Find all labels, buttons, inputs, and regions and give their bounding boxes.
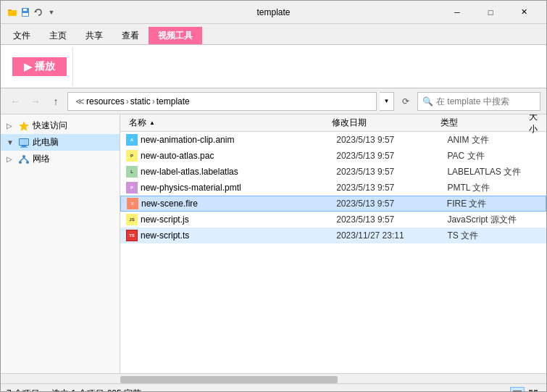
file-date-cell: 2023/5/13 9:57 <box>330 214 441 225</box>
sidebar: ▷ 快速访问 ▼ 此电脑 ▷ 网络 <box>1 114 120 373</box>
svg-line-14 <box>20 158 24 161</box>
ribbon-tab-bar: 文件 主页 共享 查看 视频工具 <box>1 24 546 44</box>
address-path[interactable]: ≪ resources › static › template <box>67 92 377 111</box>
tab-video-tools[interactable]: 视频工具 <box>149 27 202 44</box>
details-view-button[interactable] <box>510 387 525 393</box>
sidebar-network[interactable]: ▷ 网络 <box>1 151 120 167</box>
computer-icon <box>18 137 30 149</box>
sort-arrow: ▲ <box>149 120 155 126</box>
sidebar-this-pc[interactable]: ▼ 此电脑 <box>1 134 120 151</box>
table-row[interactable]: L new-label-atlas.labelatlas 2023/5/13 9… <box>120 164 546 180</box>
window-title: template <box>256 7 290 17</box>
hscroll-thumb[interactable] <box>120 376 338 383</box>
table-row[interactable]: P new-auto-atlas.pac 2023/5/13 9:57 PAC … <box>120 148 546 164</box>
svg-rect-19 <box>529 390 533 393</box>
search-box[interactable]: 🔍 <box>417 92 540 111</box>
view-toggle <box>510 387 540 393</box>
col-date-header[interactable]: 修改日期 <box>326 117 435 129</box>
file-type-cell: PMTL 文件 <box>441 182 532 194</box>
close-button[interactable]: ✕ <box>507 1 540 24</box>
horizontal-scrollbar[interactable] <box>1 373 546 383</box>
path-prefix: ≪ <box>75 96 85 107</box>
tab-file[interactable]: 文件 <box>4 27 40 44</box>
file-name-cell: TS new-script.ts <box>123 230 330 241</box>
file-type-cell: ANIM 文件 <box>441 134 532 146</box>
file-date-cell: 2023/5/13 9:57 <box>330 151 441 161</box>
sidebar-this-pc-label: 此电脑 <box>33 136 59 149</box>
file-date-cell: 2023/11/27 23:11 <box>330 230 441 241</box>
file-name-cell: P new-auto-atlas.pac <box>123 150 330 162</box>
maximize-button[interactable]: □ <box>474 1 507 24</box>
address-dropdown-button[interactable]: ▼ <box>380 92 394 111</box>
details-view-icon <box>512 389 522 393</box>
file-list-header: 名称 ▲ 修改日期 类型 大小 <box>120 114 546 132</box>
svg-rect-1 <box>8 9 12 11</box>
expand-icon-network: ▷ <box>7 155 15 163</box>
ribbon: 文件 主页 共享 查看 视频工具 ▶ 播放 <box>1 24 546 88</box>
minimize-button[interactable]: ─ <box>440 1 474 24</box>
file-type-cell: FIRE 文件 <box>441 198 531 210</box>
col-name-header[interactable]: 名称 ▲ <box>123 117 326 129</box>
sidebar-quick-access-label: 快速访问 <box>33 120 67 132</box>
tab-view[interactable]: 查看 <box>112 27 149 44</box>
svg-rect-20 <box>534 390 538 393</box>
play-button[interactable]: ▶ 播放 <box>12 57 67 76</box>
table-row[interactable]: TS new-script.ts 2023/11/27 23:11 TS 文件 <box>120 228 546 243</box>
table-row[interactable]: A new-animation-clip.anim 2023/5/13 9:57… <box>120 132 546 148</box>
separator-1: › <box>126 96 129 107</box>
title-bar: ▼ template ─ □ ✕ <box>1 1 546 24</box>
path-resources[interactable]: resources <box>86 96 125 107</box>
file-name-cell: JS new-script.js <box>123 214 330 225</box>
separator-2: › <box>152 96 155 107</box>
save-icon[interactable] <box>20 7 31 18</box>
search-input[interactable] <box>436 96 545 107</box>
svg-rect-3 <box>22 13 28 16</box>
ts-file-icon: TS <box>126 230 138 241</box>
pmtl-file-icon: P <box>126 182 138 193</box>
refresh-button[interactable]: ⟳ <box>397 92 414 111</box>
svg-point-12 <box>19 161 22 164</box>
svg-point-13 <box>26 161 29 164</box>
svg-rect-10 <box>20 146 28 147</box>
table-row[interactable]: P new-physics-material.pmtl 2023/5/13 9:… <box>120 180 546 196</box>
svg-marker-6 <box>19 121 29 131</box>
pac-file-icon: P <box>126 150 138 162</box>
file-name-cell: A new-animation-clip.anim <box>123 134 330 146</box>
js-file-icon: JS <box>126 214 138 225</box>
path-static[interactable]: static <box>130 96 151 107</box>
sidebar-quick-access[interactable]: ▷ 快速访问 <box>1 117 120 134</box>
labelatlas-file-icon: L <box>126 166 138 178</box>
file-date-cell: 2023/5/13 9:57 <box>330 135 441 145</box>
file-type-cell: PAC 文件 <box>441 150 532 162</box>
large-icons-view-icon <box>528 389 538 393</box>
total-items-label: 7 个项目 <box>7 388 40 392</box>
svg-rect-4 <box>23 9 27 11</box>
selected-info-label: 选中 1 个项目 625 字节 <box>51 388 141 392</box>
file-name-cell: F new-scene.fire <box>124 198 330 209</box>
path-template[interactable]: template <box>156 96 190 107</box>
large-icons-view-button[interactable] <box>526 387 540 393</box>
address-bar: ← → ↑ ≪ resources › static › template ▼ … <box>1 88 546 114</box>
table-row[interactable]: JS new-script.js 2023/5/13 9:57 JavaScri… <box>120 212 546 228</box>
up-button[interactable]: ↑ <box>47 93 64 110</box>
forward-button[interactable]: → <box>27 93 44 110</box>
file-list[interactable]: 名称 ▲ 修改日期 类型 大小 A new-animation-clip.ani… <box>120 114 546 373</box>
anim-file-icon: A <box>126 134 138 146</box>
svg-line-15 <box>24 158 28 161</box>
play-icon: ▶ <box>24 61 32 72</box>
folder-icon <box>7 7 18 18</box>
search-icon: 🔍 <box>422 96 433 107</box>
col-size-header[interactable]: 大小 <box>523 114 543 135</box>
tab-share[interactable]: 共享 <box>76 27 112 44</box>
main-area: ▷ 快速访问 ▼ 此电脑 ▷ 网络 <box>1 114 546 373</box>
file-type-cell: LABELATLAS 文件 <box>441 166 532 178</box>
table-row[interactable]: F new-scene.fire 2023/5/13 9:57 FIRE 文件 <box>120 196 546 212</box>
file-date-cell: 2023/5/13 9:57 <box>330 183 441 193</box>
tab-home[interactable]: 主页 <box>40 27 76 44</box>
file-type-cell: JavaScript 源文件 <box>441 214 532 226</box>
col-type-header[interactable]: 类型 <box>435 117 523 129</box>
undo-icon[interactable] <box>33 7 44 18</box>
dropdown-arrow-icon[interactable]: ▼ <box>46 7 57 18</box>
back-button[interactable]: ← <box>7 93 24 110</box>
fire-file-icon: F <box>127 198 138 209</box>
